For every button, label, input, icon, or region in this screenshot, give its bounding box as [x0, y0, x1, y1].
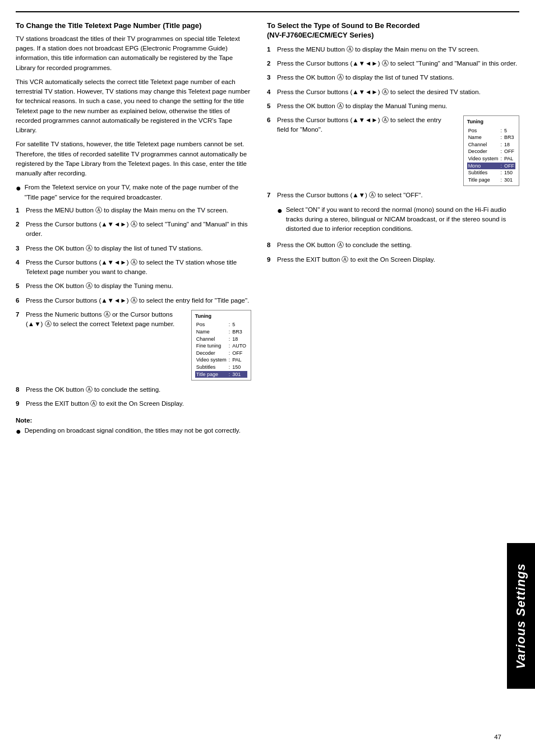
right-bullet-dot: ● [277, 205, 283, 216]
left-step-num-5: 5 [16, 281, 26, 291]
right-step-6-wrap: Press the Cursor buttons (▲▼◄►) Ⓐ to sel… [277, 115, 519, 186]
left-step-text-6: Press the Cursor buttons (▲▼◄►) Ⓐ to sel… [26, 296, 251, 305]
right-step-text-2: Press the Cursor buttons (▲▼◄►) Ⓐ to sel… [277, 59, 519, 68]
left-step-num-9: 9 [16, 399, 26, 409]
left-step-7: 7 Press the Numeric buttons Ⓐ or the Cur… [16, 310, 251, 381]
right-step-3: 3 Press the OK button Ⓐ to display the l… [267, 73, 519, 82]
right-step-text-1: Press the MENU button Ⓐ to display the M… [277, 45, 519, 54]
right-step-text-8: Press the OK button Ⓐ to conclude the se… [277, 240, 519, 250]
left-intro-p3: For satellite TV stations, however, the … [16, 140, 251, 178]
left-step-9: 9 Press the EXIT button Ⓐ to exit the On… [16, 399, 251, 409]
left-column: To Change the Title Teletext Page Number… [16, 21, 251, 440]
right-title-text: To Select the Type of Sound to Be Record… [267, 21, 420, 30]
page-container: To Change the Title Teletext Page Number… [0, 0, 535, 756]
left-step-text-1: Press the MENU button Ⓐ to display the M… [26, 206, 251, 215]
left-note-title: Note: [16, 417, 251, 424]
left-step-num-2: 2 [16, 220, 26, 229]
left-note-section: Note: ● Depending on broadcast signal co… [16, 417, 251, 437]
left-steps-list: 1 Press the MENU button Ⓐ to display the… [16, 206, 251, 409]
left-step-text-8: Press the OK button Ⓐ to conclude the se… [26, 385, 251, 395]
left-section-title: To Change the Title Teletext Page Number… [16, 21, 251, 31]
right-tuning-table: Pos:5Name:BR3Channel:18Decoder:OFFVideo … [467, 127, 515, 184]
left-step-text-9: Press the EXIT button Ⓐ to exit the On S… [26, 399, 251, 409]
left-intro-p1: TV stations broadcast the titles of thei… [16, 34, 251, 73]
right-step-text-6: Press the Cursor buttons (▲▼◄►) Ⓐ to sel… [277, 115, 453, 135]
right-tuning-box: Tuning Pos:5Name:BR3Channel:18Decoder:OF… [463, 115, 519, 186]
left-step-3: 3 Press the OK button Ⓐ to display the l… [16, 244, 251, 253]
bullet-dot: ● [16, 183, 21, 193]
right-step-num-4: 4 [267, 87, 277, 97]
right-bullet-text-1: Select "ON" if you want to record the no… [286, 205, 519, 234]
left-note-text: Depending on broadcast signal condition,… [25, 426, 241, 435]
left-tuning-table: Pos:5Name:BR3Channel:18Fine tuning:AUTOD… [195, 321, 247, 378]
right-steps-list-2: 8 Press the OK button Ⓐ to conclude the … [267, 240, 519, 265]
left-step-8: 8 Press the OK button Ⓐ to conclude the … [16, 385, 251, 395]
right-step-num-9: 9 [267, 255, 277, 265]
left-step-num-4: 4 [16, 258, 26, 267]
left-step-num-3: 3 [16, 244, 26, 253]
left-step-num-8: 8 [16, 385, 26, 395]
right-step-text-7: Press the Cursor buttons (▲▼) Ⓐ to selec… [277, 191, 519, 200]
right-subtitle-text: (NV-FJ760EC/ECM/ECY Series) [267, 31, 374, 39]
left-intro-p2: This VCR automatically selects the corre… [16, 77, 251, 136]
left-step-text-4: Press the Cursor buttons (▲▼◄►) Ⓐ to sel… [26, 258, 251, 277]
right-steps-list: 1 Press the MENU button Ⓐ to display the… [267, 45, 519, 201]
right-step-2: 2 Press the Cursor buttons (▲▼◄►) Ⓐ to s… [267, 59, 519, 68]
right-step-num-7: 7 [267, 191, 277, 200]
top-rule [16, 11, 519, 12]
left-tuning-box: Tuning Pos:5Name:BR3Channel:18Fine tunin… [191, 310, 251, 381]
left-note-dot: ● [16, 426, 21, 437]
left-step-5: 5 Press the OK button Ⓐ to display the T… [16, 281, 251, 291]
left-step-num-7: 7 [16, 310, 26, 319]
left-step-6: 6 Press the Cursor buttons (▲▼◄►) Ⓐ to s… [16, 296, 251, 305]
left-tuning-title: Tuning [195, 313, 247, 321]
right-step-text-5: Press the OK button Ⓐ to display the Man… [277, 101, 519, 111]
right-step-num-5: 5 [267, 101, 277, 111]
right-step-num-6: 6 [267, 115, 277, 125]
right-step-num-8: 8 [267, 240, 277, 250]
left-step-2: 2 Press the Cursor buttons (▲▼◄►) Ⓐ to s… [16, 220, 251, 239]
right-step-text-3: Press the OK button Ⓐ to display the lis… [277, 73, 519, 82]
left-step-text-7: Press the Numeric buttons Ⓐ or the Curso… [26, 310, 181, 330]
right-tuning-title: Tuning [467, 118, 515, 126]
left-step-4: 4 Press the Cursor buttons (▲▼◄►) Ⓐ to s… [16, 258, 251, 277]
right-step-4: 4 Press the Cursor buttons (▲▼◄►) Ⓐ to s… [267, 87, 519, 97]
left-step-7-box-wrap: Press the Numeric buttons Ⓐ or the Curso… [26, 310, 251, 381]
sidebar-label: Various Settings [507, 543, 535, 689]
left-step-text-3: Press the OK button Ⓐ to display the lis… [26, 244, 251, 253]
right-step-1: 1 Press the MENU button Ⓐ to display the… [267, 45, 519, 54]
page-number: 47 [494, 734, 501, 740]
right-step-text-9: Press the EXIT button Ⓐ to exit the On S… [277, 255, 519, 265]
left-step-text-5: Press the OK button Ⓐ to display the Tun… [26, 281, 251, 291]
right-step-8: 8 Press the OK button Ⓐ to conclude the … [267, 240, 519, 250]
left-step-num-1: 1 [16, 206, 26, 215]
right-bullet-1: ● Select "ON" if you want to record the … [277, 205, 519, 234]
left-step-num-6: 6 [16, 296, 26, 305]
right-step-num-2: 2 [267, 59, 277, 68]
left-step-text-2: Press the Cursor buttons (▲▼◄►) Ⓐ to sel… [26, 220, 251, 239]
right-step-num-1: 1 [267, 45, 277, 54]
left-step-1: 1 Press the MENU button Ⓐ to display the… [16, 206, 251, 215]
main-content: To Change the Title Teletext Page Number… [16, 21, 519, 440]
right-step-9: 9 Press the EXIT button Ⓐ to exit the On… [267, 255, 519, 265]
sidebar-text: Various Settings [514, 563, 528, 669]
left-note-bullet: ● Depending on broadcast signal conditio… [16, 426, 251, 437]
right-step-num-3: 3 [267, 73, 277, 82]
right-section-title: To Select the Type of Sound to Be Record… [267, 21, 519, 40]
right-step-5: 5 Press the OK button Ⓐ to display the M… [267, 101, 519, 111]
right-step-7: 7 Press the Cursor buttons (▲▼) Ⓐ to sel… [267, 191, 519, 200]
right-step-6: 6 Press the Cursor buttons (▲▼◄►) Ⓐ to s… [267, 115, 519, 186]
right-step-text-4: Press the Cursor buttons (▲▼◄►) Ⓐ to sel… [277, 87, 519, 97]
right-column: To Select the Type of Sound to Be Record… [267, 21, 519, 440]
left-bullet-1: ● From the Teletext service on your TV, … [16, 183, 251, 202]
left-bullet-text-1: From the Teletext service on your TV, ma… [25, 183, 251, 202]
